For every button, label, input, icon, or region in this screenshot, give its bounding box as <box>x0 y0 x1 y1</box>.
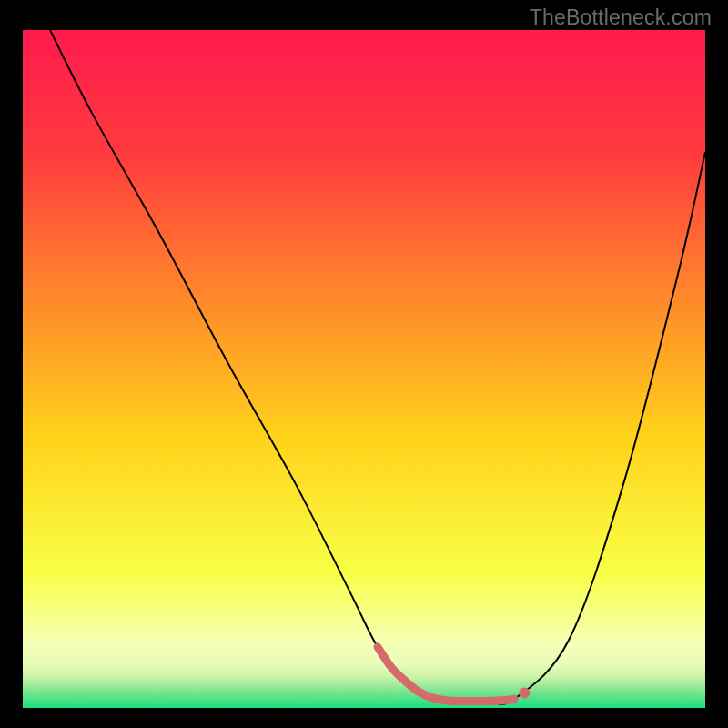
plot-area <box>23 30 705 708</box>
marker-highlight-dot <box>519 688 530 699</box>
attribution-label: TheBottleneck.com <box>530 5 712 30</box>
chart-container: TheBottleneck.com <box>0 0 728 728</box>
plot-svg <box>23 30 705 708</box>
gradient-background <box>23 30 705 708</box>
